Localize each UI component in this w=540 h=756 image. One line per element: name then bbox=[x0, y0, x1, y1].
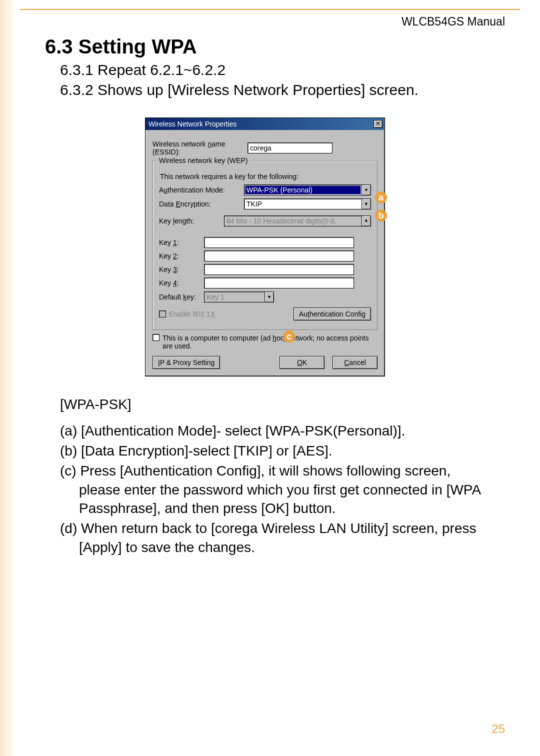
key1-label: Key 1: bbox=[159, 238, 204, 246]
wep-fieldset: Wireless network key (WEP) This network … bbox=[152, 161, 378, 330]
wep-note: This network requires a key for the foll… bbox=[160, 172, 371, 180]
key2-label: Key 2: bbox=[159, 252, 204, 260]
auth-mode-label: Authentication Mode: bbox=[159, 186, 244, 194]
instruction-d: (d) When return back to [corega Wireless… bbox=[60, 519, 485, 557]
keylen-value: 64 bits - 10 Hexadecimal digits(0-9, bbox=[224, 217, 362, 225]
encryption-select[interactable]: TKIP ▼ bbox=[244, 198, 371, 210]
key1-input[interactable] bbox=[204, 237, 354, 248]
auth-mode-value: WPA-PSK (Personal) bbox=[245, 186, 361, 194]
section-sub-2: 6.3.2 Shows up [Wireless Network Propert… bbox=[60, 80, 485, 100]
manual-title: WLCB54GS Manual bbox=[0, 10, 540, 28]
adhoc-label: This is a computer to computer (ad hoc) … bbox=[162, 334, 378, 350]
chevron-down-icon: ▼ bbox=[264, 292, 274, 302]
callout-c: c bbox=[283, 330, 295, 342]
key3-label: Key 3: bbox=[159, 266, 204, 274]
key3-input[interactable] bbox=[204, 264, 354, 275]
instruction-a: (a) [Authentication Mode]- select [WPA-P… bbox=[60, 422, 485, 440]
section-heading: 6.3 Setting WPA bbox=[45, 36, 485, 58]
default-key-label: Default key: bbox=[159, 293, 204, 301]
close-icon[interactable]: ✕ bbox=[374, 120, 382, 128]
wep-legend: Wireless network key (WEP) bbox=[157, 156, 250, 164]
section-sub-1: 6.3.1 Repeat 6.2.1~6.2.2 bbox=[60, 60, 485, 80]
default-key-value: Key 1 bbox=[204, 293, 264, 301]
key4-input[interactable] bbox=[204, 278, 354, 288]
encryption-label: Data Encryption: bbox=[159, 200, 244, 208]
enable-8021x-label: Enable 802.1X bbox=[169, 310, 215, 318]
chevron-down-icon[interactable]: ▼ bbox=[362, 185, 370, 195]
ip-proxy-button[interactable]: IP & Proxy Setting bbox=[152, 356, 220, 369]
dialog-window: Wireless Network Properties ✕ Wireless n… bbox=[145, 118, 385, 376]
keylen-select: 64 bits - 10 Hexadecimal digits(0-9, ▼ bbox=[224, 216, 371, 226]
essid-input[interactable]: corega bbox=[248, 142, 332, 154]
instruction-list: (a) [Authentication Mode]- select [WPA-P… bbox=[60, 422, 485, 557]
essid-label: Wireless network name (ESSID): bbox=[152, 140, 248, 156]
page-left-gradient bbox=[0, 0, 17, 756]
callout-b: b bbox=[375, 210, 387, 222]
callout-a: a bbox=[375, 192, 387, 204]
key4-label: Key 4: bbox=[159, 279, 204, 287]
wpa-psk-heading: [WPA-PSK] bbox=[60, 396, 485, 412]
chevron-down-icon: ▼ bbox=[362, 216, 370, 226]
instruction-c: (c) Press [Authentication Config], it wi… bbox=[60, 462, 485, 518]
cancel-button[interactable]: Cancel bbox=[332, 356, 378, 369]
page-number: 25 bbox=[492, 722, 505, 736]
auth-mode-select[interactable]: WPA-PSK (Personal) ▼ bbox=[244, 184, 371, 196]
default-key-select: Key 1 ▼ bbox=[204, 292, 274, 302]
dialog-title: Wireless Network Properties bbox=[148, 120, 237, 128]
instruction-b: (b) [Data Encryption]-select [TKIP] or [… bbox=[60, 442, 485, 460]
ok-button[interactable]: OK bbox=[280, 356, 324, 369]
adhoc-checkbox[interactable] bbox=[152, 334, 160, 341]
auth-config-button[interactable]: Authentication Config bbox=[294, 308, 371, 320]
keylen-label: Key length: bbox=[159, 217, 224, 225]
dialog-titlebar[interactable]: Wireless Network Properties ✕ bbox=[146, 118, 384, 130]
enable-8021x-checkbox bbox=[159, 310, 166, 318]
encryption-value: TKIP bbox=[244, 200, 362, 208]
chevron-down-icon[interactable]: ▼ bbox=[362, 199, 370, 209]
key2-input[interactable] bbox=[204, 250, 354, 262]
